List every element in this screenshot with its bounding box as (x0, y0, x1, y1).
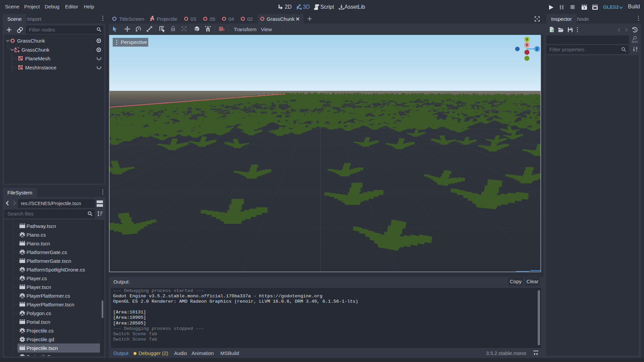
svg-text:cs: cs (21, 253, 24, 255)
svg-text:Polygon.cs: Polygon.cs (26, 310, 51, 316)
svg-text:Pathway.tscn: Pathway.tscn (26, 223, 56, 229)
svg-text:X: X (526, 43, 528, 47)
svg-text:PlayerPlatformer.tscn: PlayerPlatformer.tscn (26, 302, 74, 307)
svg-text:Projectile.gd: Projectile.gd (26, 337, 54, 342)
svg-text:cs: cs (21, 235, 24, 238)
svg-text:Y: Y (526, 38, 528, 42)
svg-text:PlatformerGate.tscn: PlatformerGate.tscn (26, 258, 71, 264)
svg-text:Player.cs: Player.cs (26, 276, 47, 281)
svg-text:Projectile.cs: Projectile.cs (26, 328, 54, 334)
svg-text:PlayerPlatformer.cs: PlayerPlatformer.cs (26, 293, 70, 299)
svg-text:Player.tscn: Player.tscn (26, 284, 51, 290)
svg-text:DOC: DOC (632, 40, 638, 44)
svg-text:PlatformSpotlightDrone.cs: PlatformSpotlightDrone.cs (26, 267, 85, 273)
svg-text:Perspective: Perspective (121, 39, 147, 45)
svg-text:Piano.tscn: Piano.tscn (26, 241, 50, 246)
svg-text:Portal.tscn: Portal.tscn (26, 319, 50, 325)
svg-text:cs: cs (21, 296, 24, 299)
svg-text:cs: cs (21, 314, 24, 316)
svg-text:Projectile.tscn: Projectile.tscn (26, 345, 58, 351)
svg-text:Z: Z (536, 47, 538, 51)
svg-text:cs: cs (21, 279, 24, 281)
svg-text:cs: cs (21, 270, 24, 273)
svg-text:ProjectileSpawner.cs: ProjectileSpawner.cs (26, 354, 73, 357)
svg-text:PlatformerGate.cs: PlatformerGate.cs (26, 249, 67, 255)
svg-text:Piano.cs: Piano.cs (26, 232, 46, 238)
svg-text:cs: cs (21, 331, 24, 334)
